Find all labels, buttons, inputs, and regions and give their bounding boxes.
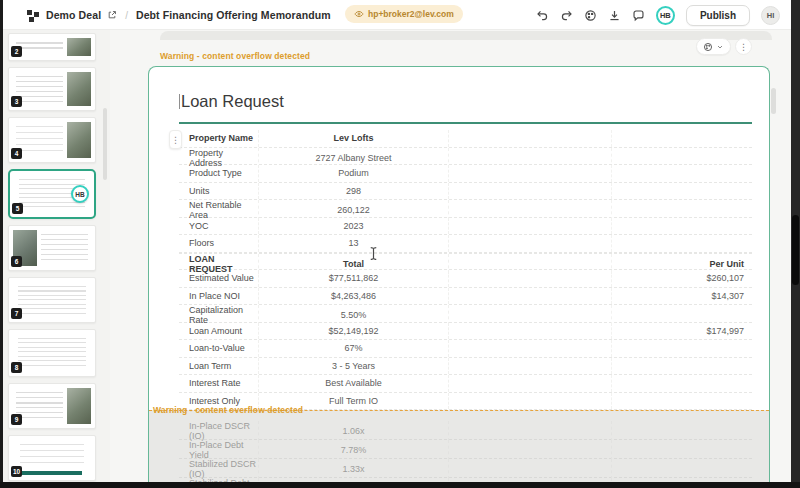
page-number-badge: 6 (11, 256, 22, 267)
redo-button[interactable] (560, 9, 573, 22)
row-total[interactable]: $52,149,192 (259, 323, 449, 340)
row-per-unit[interactable]: $174,997 (612, 323, 752, 340)
table-drag-handle[interactable]: ⋮ (169, 130, 182, 149)
row-label[interactable]: Loan Amount (179, 323, 259, 340)
row-total[interactable]: $4,263,486 (259, 288, 449, 305)
row-label[interactable]: Interest Rate (179, 375, 259, 392)
page-number-badge: 2 (11, 46, 22, 57)
overflow-rows: In-Place DSCR (IO) 1.06x In-Place Debt Y… (179, 421, 752, 482)
row-total[interactable]: Best Available (259, 375, 449, 392)
download-button[interactable] (608, 9, 621, 22)
table-row: Property Name Lev Lofts (179, 130, 752, 148)
page-thumbnail[interactable]: 5HB (8, 169, 96, 219)
row-per-unit[interactable] (612, 440, 752, 460)
page-thumbnail[interactable]: 4 (8, 117, 96, 163)
avatar-hb[interactable]: HB (656, 6, 675, 25)
row-per-unit[interactable] (612, 459, 752, 479)
row-total[interactable]: 1.33x (259, 459, 449, 479)
row-label[interactable]: In-Place DSCR (IO) (179, 421, 259, 441)
page-thumbnail[interactable]: 2 (8, 33, 96, 61)
row-spacer (449, 375, 612, 392)
overflow-section: In-Place DSCR (IO) 1.06x In-Place Debt Y… (149, 410, 769, 482)
palette-icon (584, 9, 597, 22)
page-thumbnail[interactable]: 10 (8, 435, 96, 481)
row-per-unit[interactable]: $14,307 (612, 288, 752, 305)
page-thumbnail[interactable]: 7 (8, 277, 96, 323)
row-total[interactable]: Podium (259, 165, 449, 182)
row-label[interactable]: Stabilized DSCR (IO) (179, 459, 259, 479)
row-total[interactable]: 2023 (259, 218, 449, 235)
row-label[interactable]: Product Type (179, 165, 259, 182)
page-title[interactable]: Loan Request (181, 92, 284, 111)
row-per-unit[interactable] (612, 165, 752, 182)
page-thumbnail[interactable]: 3 (8, 67, 96, 111)
page-number-badge: 9 (11, 414, 22, 425)
doc-title[interactable]: Debt Financing Offering Memorandum (136, 9, 331, 21)
table-row: In Place NOI $4,263,486 $14,307 (179, 288, 752, 306)
thumbnail-list: 2345HB678910 (8, 33, 96, 481)
external-link-icon[interactable] (107, 10, 117, 20)
thumbnail-preview (12, 229, 92, 267)
window-scrollbar-track[interactable] (791, 0, 800, 488)
row-total[interactable]: 1.06x (259, 421, 449, 441)
thumbnail-preview (12, 71, 92, 107)
row-per-unit[interactable] (612, 183, 752, 200)
more-options-button[interactable]: ⋮ (735, 38, 752, 55)
window-scrollbar-thumb[interactable] (792, 215, 799, 285)
previous-page-edge (160, 31, 772, 40)
row-label[interactable]: Floors (179, 235, 259, 252)
row-per-unit[interactable] (612, 375, 752, 392)
theme-button[interactable] (584, 9, 597, 22)
row-label[interactable]: Units (179, 183, 259, 200)
table-row: Capitalization Rate 5.50% (179, 305, 752, 323)
row-per-unit[interactable] (612, 393, 752, 410)
avatar-hi[interactable]: HI (761, 6, 780, 25)
row-total[interactable]: 298 (259, 183, 449, 200)
row-per-unit[interactable] (612, 340, 752, 357)
breadcrumb: Demo Deal / Debt Financing Offering Memo… (27, 0, 331, 30)
row-spacer (449, 323, 612, 340)
row-label[interactable]: Loan Term (179, 358, 259, 375)
sidebar-scrollbar-thumb[interactable] (103, 108, 107, 180)
style-dropdown-button[interactable] (696, 38, 731, 55)
row-total[interactable]: $77,511,862 (259, 270, 449, 287)
row-label[interactable]: In-Place Debt Yield (179, 440, 259, 460)
table-row: In-Place Debt Yield 7.78% (179, 440, 752, 459)
content-scrollbar-thumb[interactable] (771, 88, 776, 114)
row-label[interactable]: In Place NOI (179, 288, 259, 305)
row-total[interactable]: 13 (259, 235, 449, 252)
deal-name[interactable]: Demo Deal (46, 9, 101, 21)
thumbnail-preview (12, 439, 92, 477)
row-per-unit[interactable]: $260,107 (612, 270, 752, 287)
viewer-badge[interactable]: hp+broker2@lev.com (345, 5, 463, 23)
undo-button[interactable] (536, 9, 549, 22)
page-thumbnail[interactable]: 8 (8, 329, 96, 377)
row-total[interactable]: Lev Lofts (259, 130, 449, 147)
app-logo-icon[interactable] (27, 10, 32, 15)
row-per-unit[interactable] (612, 218, 752, 235)
row-total[interactable]: 3 - 5 Years (259, 358, 449, 375)
page-thumbnail[interactable]: 9 (8, 383, 96, 429)
page-thumbnail[interactable]: 6 (8, 225, 96, 271)
comments-button[interactable] (632, 9, 645, 22)
row-per-unit[interactable] (612, 358, 752, 375)
row-spacer (449, 340, 612, 357)
page-title-field[interactable]: Loan Request (179, 92, 752, 111)
row-per-unit[interactable] (612, 130, 752, 147)
row-label[interactable]: Estimated Value (179, 270, 259, 287)
row-label[interactable]: Property Name (179, 130, 259, 147)
row-label[interactable]: YOC (179, 218, 259, 235)
row-label[interactable]: Loan-to-Value (179, 340, 259, 357)
table-row: YOC 2023 (179, 218, 752, 236)
row-total[interactable]: 67% (259, 340, 449, 357)
row-spacer (449, 459, 612, 479)
chevron-down-icon (716, 43, 724, 51)
text-caret (179, 94, 180, 109)
window-edge-left (0, 0, 3, 488)
window-edge-bottom (0, 482, 800, 488)
row-total[interactable]: 7.78% (259, 440, 449, 460)
publish-button[interactable]: Publish (686, 5, 750, 26)
row-per-unit[interactable] (612, 421, 752, 441)
breadcrumb-separator: / (125, 10, 128, 21)
row-per-unit[interactable] (612, 235, 752, 252)
